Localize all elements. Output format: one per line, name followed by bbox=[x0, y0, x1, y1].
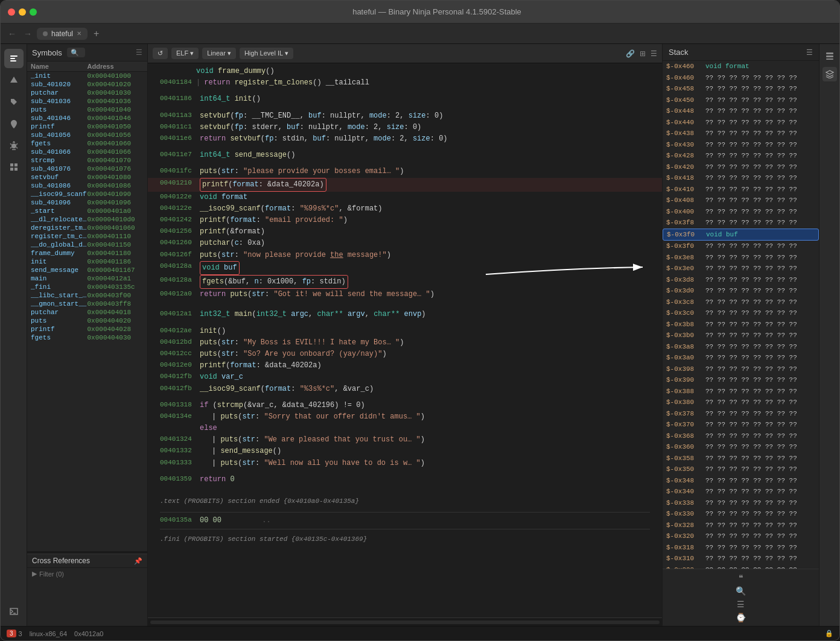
window-title: hateful — Binary Ninja Personal 4.1.5902… bbox=[42, 7, 832, 16]
filter-label: Filter (0) bbox=[39, 570, 64, 578]
list-item[interactable]: __libc_start_m…0x000403f00 bbox=[27, 291, 147, 300]
list-item[interactable]: putchar0x000401030 bbox=[27, 89, 147, 97]
list-item[interactable]: __do_global_dt…0x000401150 bbox=[27, 241, 147, 249]
right-icon-1[interactable] bbox=[822, 49, 837, 63]
list-item[interactable]: sub_4010860x000401086 bbox=[27, 182, 147, 190]
elf-dropdown[interactable]: ELF ▾ bbox=[171, 48, 199, 59]
code-line: 004011fc puts(str: "please provide your … bbox=[148, 166, 662, 177]
stack-row: $-0x410 ?? ?? ?? ?? ?? ?? ?? ?? bbox=[663, 184, 819, 195]
horizontal-scrollbar[interactable] bbox=[148, 617, 662, 626]
add-tab-button[interactable]: + bbox=[90, 27, 103, 40]
list-item[interactable]: sub_4010760x000401076 bbox=[27, 165, 147, 173]
stack-panel: Stack ☰ $-0x460 void format $-0x460 ?? ?… bbox=[662, 44, 819, 626]
list-item[interactable]: _init0x000401000 bbox=[27, 72, 147, 80]
refresh-button[interactable]: ↺ bbox=[153, 48, 168, 59]
forward-button[interactable]: → bbox=[21, 28, 34, 40]
list-item[interactable]: register_tm_cl…0x000401110 bbox=[27, 232, 147, 241]
list-item[interactable]: fgets0x000404030 bbox=[27, 333, 147, 342]
symbols-table[interactable]: _init0x000401000 sub_4010200x000401020 p… bbox=[27, 72, 147, 551]
sidebar-icon-nav[interactable] bbox=[4, 71, 24, 90]
tab-hateful[interactable]: hateful ✕ bbox=[37, 28, 88, 40]
split-view-icon[interactable]: ⊞ bbox=[640, 49, 646, 58]
sidebar-icon-symbols[interactable] bbox=[4, 49, 24, 68]
list-item[interactable]: main0x0004012a1 bbox=[27, 274, 147, 283]
list-item[interactable]: strcmp0x000401070 bbox=[27, 156, 147, 165]
app-window: hateful — Binary Ninja Personal 4.1.5902… bbox=[0, 0, 840, 641]
lines-icon[interactable]: ☰ bbox=[737, 599, 745, 609]
location-icon bbox=[9, 119, 19, 128]
right-icon-stack[interactable] bbox=[822, 67, 837, 81]
pin-icon[interactable]: 📌 bbox=[134, 557, 142, 565]
link-icon[interactable]: 🔗 bbox=[626, 49, 635, 58]
menu-icon[interactable]: ☰ bbox=[651, 49, 657, 58]
error-badge: 3 bbox=[7, 630, 16, 637]
scrollbar-track[interactable] bbox=[150, 620, 660, 624]
sidebar-icon-bug[interactable] bbox=[4, 136, 24, 155]
tab-close-icon[interactable]: ✕ bbox=[77, 30, 81, 37]
close-button[interactable] bbox=[8, 8, 15, 16]
list-item[interactable]: fgets0x000401060 bbox=[27, 139, 147, 148]
stack-row-buf-highlighted[interactable]: $-0x3f0 void buf bbox=[663, 229, 819, 241]
list-item[interactable]: __dl_relocate_s…0x00004010d0 bbox=[27, 215, 147, 224]
list-item[interactable]: __gmon_start__0x000403ff8 bbox=[27, 300, 147, 308]
maximize-button[interactable] bbox=[30, 8, 37, 16]
stack-menu-icon[interactable]: ☰ bbox=[806, 48, 813, 57]
filter-triangle-icon: ▶ bbox=[32, 570, 37, 578]
list-item[interactable]: sub_4010460x000401046 bbox=[27, 114, 147, 122]
list-item[interactable]: frame_dummy0x000401180 bbox=[27, 249, 147, 257]
search-icon[interactable]: 🔍 bbox=[736, 586, 746, 596]
stack-row: $-0x358 ?? ?? ?? ?? ?? ?? ?? ?? bbox=[663, 453, 819, 464]
sidebar-icon-tag[interactable] bbox=[4, 92, 24, 112]
list-item[interactable]: init0x000401186 bbox=[27, 257, 147, 266]
list-item[interactable]: sub_4010660x000401066 bbox=[27, 148, 147, 156]
list-item[interactable]: sub_4010200x000401020 bbox=[27, 80, 147, 89]
elf-label: ELF ▾ bbox=[176, 49, 194, 57]
symbols-search-input[interactable] bbox=[67, 48, 85, 57]
symbols-menu-icon[interactable]: ☰ bbox=[136, 48, 142, 57]
quote-icon[interactable]: ❝ bbox=[739, 573, 743, 583]
svg-rect-0 bbox=[10, 55, 18, 57]
stack-row: $-0x418 ?? ?? ?? ?? ?? ?? ?? ?? bbox=[663, 172, 819, 184]
list-item[interactable]: putchar0x000404018 bbox=[27, 308, 147, 317]
list-item[interactable]: deregister_tm_…0x0000401060 bbox=[27, 224, 147, 232]
back-button[interactable]: ← bbox=[5, 28, 19, 40]
stack-content[interactable]: $-0x460 void format $-0x460 ?? ?? ?? ?? … bbox=[663, 61, 819, 569]
code-line-buf-decl: 0040128a void buf bbox=[148, 261, 662, 275]
lock-icon[interactable]: 🔒 bbox=[825, 630, 833, 637]
code-line: 00401318 if (strcmp(&var_c, &data_402196… bbox=[148, 400, 662, 411]
cross-refs-filter[interactable]: ▶ Filter (0) bbox=[27, 568, 147, 579]
symbols-panel: Symbols ☰ Name Address _init0x000401000 … bbox=[27, 44, 148, 626]
list-item[interactable]: _fini0x000403135c bbox=[27, 283, 147, 291]
stack-title: Stack bbox=[669, 48, 689, 57]
sidebar-icon-grid[interactable] bbox=[4, 157, 24, 177]
sidebar-icon-terminal[interactable] bbox=[4, 602, 24, 621]
linear-dropdown[interactable]: Linear ▾ bbox=[202, 48, 236, 59]
list-item[interactable]: printf0x000401050 bbox=[27, 122, 147, 131]
code-line: 004011e7 int64_t send_message() bbox=[148, 150, 662, 161]
printf-format-line[interactable]: 00401210 printf(format: &data_40202a) bbox=[148, 178, 662, 192]
sidebar-icon-location[interactable] bbox=[4, 114, 24, 133]
svg-rect-7 bbox=[10, 168, 13, 171]
list-item[interactable]: printf0x000404028 bbox=[27, 325, 147, 333]
list-item[interactable]: sub_4010360x000401036 bbox=[27, 97, 147, 106]
list-item[interactable]: __isoc99_scanf0x000401090 bbox=[27, 190, 147, 198]
svg-rect-11 bbox=[826, 55, 833, 57]
list-item[interactable]: puts0x000404020 bbox=[27, 317, 147, 325]
list-item[interactable]: puts0x000401040 bbox=[27, 106, 147, 114]
stack-row: $-0x348 ?? ?? ?? ?? ?? ?? ?? ?? bbox=[663, 475, 819, 487]
list-item[interactable]: send_message0x0000401167 bbox=[27, 266, 147, 274]
code-area[interactable]: void frame_dummy() 00401184 | return reg… bbox=[148, 63, 662, 617]
list-item[interactable]: _start0x0000401a0 bbox=[27, 207, 147, 215]
history-icon[interactable]: ⌚ bbox=[736, 613, 746, 622]
stack-row: $-0x378 ?? ?? ?? ?? ?? ?? ?? ?? bbox=[663, 408, 819, 420]
stack-row: $-0x440 ?? ?? ?? ?? ?? ?? ?? ?? bbox=[663, 117, 819, 128]
layers-icon bbox=[826, 52, 834, 60]
minimize-button[interactable] bbox=[19, 8, 26, 16]
list-item[interactable]: setvbuf0x000401080 bbox=[27, 173, 147, 182]
stack-row: $-0x360 ?? ?? ?? ?? ?? ?? ?? ?? bbox=[663, 441, 819, 453]
list-item[interactable]: sub_4010560x000401056 bbox=[27, 131, 147, 139]
stack-row: $-0x320 ?? ?? ?? ?? ?? ?? ?? ?? bbox=[663, 531, 819, 542]
stack-row: $-0x330 ?? ?? ?? ?? ?? ?? ?? ?? bbox=[663, 508, 819, 520]
list-item[interactable]: sub_4010960x000401096 bbox=[27, 198, 147, 207]
highlevel-dropdown[interactable]: High Level IL ▾ bbox=[240, 48, 293, 59]
